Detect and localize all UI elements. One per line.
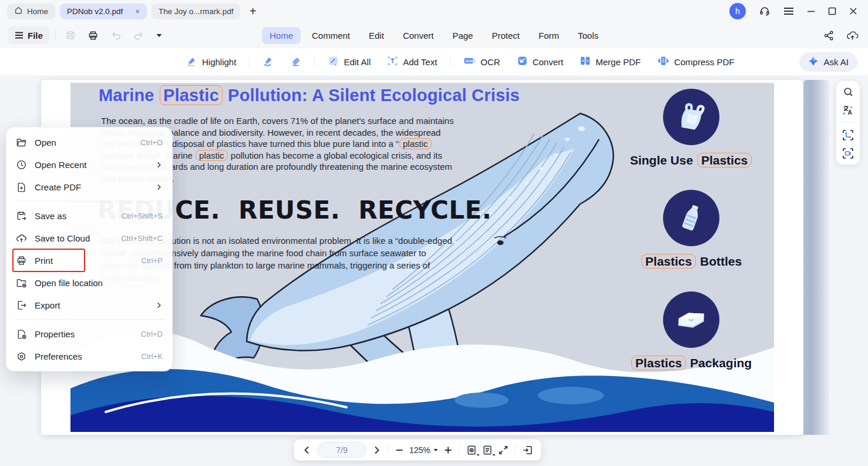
save-icon[interactable] (65, 30, 76, 41)
menu-tab-edit[interactable]: Edit (361, 27, 392, 44)
toolbar-ocr[interactable]: OCROCR (457, 52, 506, 72)
menu-tab-page[interactable]: Page (445, 27, 480, 44)
screen-record-icon[interactable] (842, 147, 854, 159)
toolbar-eraser-icon[interactable] (284, 52, 308, 72)
share-icon[interactable] (823, 30, 835, 41)
close-window-button[interactable] (849, 7, 857, 15)
toolbar-button-label: OCR (480, 57, 500, 67)
toolbar-add-text[interactable]: Add Text (381, 52, 443, 72)
toolbar-highlight[interactable]: Highlight (180, 52, 243, 72)
plastics-item-label: Plastics Bottles (641, 254, 742, 269)
next-page-icon[interactable] (372, 445, 381, 455)
menubar: File HomeCommentEditConvertPageProtectFo… (0, 22, 868, 48)
upload-cloud-icon[interactable] (846, 30, 859, 41)
redo-icon[interactable] (133, 31, 144, 41)
file-menu-item-export[interactable]: Export (6, 294, 172, 316)
read-mode-icon[interactable] (466, 445, 477, 455)
menu-tab-convert[interactable]: Convert (395, 27, 442, 44)
zoom-out-icon[interactable] (395, 445, 404, 455)
menu-tab-tools[interactable]: Tools (570, 27, 606, 44)
maximize-button[interactable] (828, 7, 836, 15)
svg-text:OCR: OCR (466, 59, 474, 63)
search-icon[interactable] (843, 86, 854, 98)
menu-tab-protect[interactable]: Protect (484, 27, 527, 44)
file-dropdown-menu: OpenCtrl+OOpen RecentCreate PDFSave asCt… (6, 127, 173, 371)
file-menu-item-create-pdf[interactable]: Create PDF (6, 176, 172, 198)
app-menu-icon[interactable] (783, 7, 794, 15)
avatar[interactable]: h (729, 3, 746, 19)
document-title: Marine Plastic Pollution: A Silent Ecolo… (99, 86, 520, 105)
document-tab-label: The Joy o...rmark.pdf (159, 7, 234, 16)
previous-page-icon[interactable] (302, 445, 312, 455)
file-menu-item-open[interactable]: OpenCtrl+O (6, 131, 172, 153)
file-menu-item-label: Properties (35, 329, 133, 339)
edit-all-icon (328, 55, 339, 68)
file-menu-item-save-to-cloud[interactable]: Save to CloudCtrl+Shift+C (6, 227, 172, 249)
document-tab[interactable]: The Joy o...rmark.pdf (152, 4, 241, 19)
toolbar-options-caret-icon[interactable] (156, 33, 162, 38)
toolbar-button-label: Edit All (344, 57, 371, 67)
file-menu-item-save-as[interactable]: Save asCtrl+Shift+S (6, 204, 172, 227)
scrollbar[interactable] (803, 80, 829, 435)
toolbar-merge-pdf[interactable]: Merge PDF (573, 52, 647, 72)
paragraph-1-text: pollution has become a global ecological… (228, 150, 442, 160)
document-tab-label: PDNob v2.0.pdf (67, 7, 123, 16)
highlighter-icon (186, 55, 197, 68)
plastics-label-search-highlight: Plastics (631, 356, 686, 370)
close-tab-icon[interactable]: × (135, 7, 140, 16)
page-layout-icon[interactable] (482, 445, 493, 455)
ask-ai-button[interactable]: Ask AI (799, 52, 857, 72)
toolbar-compress-pdf[interactable]: Compress PDF (651, 52, 741, 72)
screenshot-crop-icon[interactable] (842, 129, 854, 141)
toolbar-edit-all[interactable]: Edit All (321, 52, 377, 72)
print-icon[interactable] (88, 30, 99, 41)
ai-sparkle-icon (808, 56, 819, 68)
menu-tab-form[interactable]: Form (531, 27, 567, 44)
document-tab[interactable]: PDNob v2.0.pdf× (60, 4, 147, 19)
minimize-button[interactable] (807, 7, 815, 15)
new-tab-button[interactable]: + (245, 4, 260, 19)
toolbar: HighlightEdit AllAdd TextOCROCRConvertMe… (0, 48, 868, 75)
file-menu-item-label: Open Recent (35, 160, 147, 170)
file-menu-item-shortcut: Ctrl+Shift+C (121, 234, 163, 243)
support-headset-icon[interactable] (759, 5, 771, 17)
translate-icon[interactable]: A (842, 104, 854, 116)
fullscreen-icon[interactable] (498, 445, 509, 455)
file-menu-item-label: Create PDF (35, 182, 147, 192)
file-menu-item-open-recent[interactable]: Open Recent (6, 153, 172, 176)
toolbar-wave-highlighter-icon[interactable] (256, 52, 280, 72)
file-menu-label: File (28, 31, 43, 41)
page-number-input[interactable]: 7/9 (317, 442, 366, 458)
undo-icon[interactable] (110, 31, 122, 41)
menu-tab-home[interactable]: Home (262, 27, 301, 44)
plastics-label-search-highlight: Plastics (697, 153, 752, 167)
toolbar-convert[interactable]: Convert (510, 52, 570, 72)
ask-ai-label: Ask AI (823, 57, 849, 67)
home-tab[interactable]: Home (7, 4, 55, 19)
toolbar-divider (314, 57, 315, 66)
plastic-bag-icon (675, 101, 707, 133)
add-text-icon (387, 55, 398, 68)
file-menu-item-properties[interactable]: PropertiesCtrl+D (6, 323, 172, 345)
paragraph-1-search-highlight: plastic (399, 138, 432, 149)
plastics-item-label: Plastics Packaging (631, 356, 752, 370)
zoom-level-dropdown[interactable]: 125% (409, 445, 438, 455)
plastics-label-search-highlight: Plastics (641, 254, 696, 269)
document-viewport: Marine Plastic Pollution: A Silent Ecolo… (0, 75, 868, 466)
menu-tab-comment[interactable]: Comment (304, 27, 358, 44)
file-menu-item-preferences[interactable]: PreferencesCtrl+K (6, 345, 172, 367)
toolbar-button-label: Highlight (202, 57, 236, 67)
file-menu-item-open-file-location[interactable]: Open file location (6, 271, 172, 294)
convert-icon (517, 55, 528, 68)
file-menu-item-label: Open (35, 138, 133, 147)
zoom-in-icon[interactable] (443, 445, 453, 455)
plastics-label-text: Packaging (687, 356, 752, 370)
toggle-panel-icon[interactable] (522, 445, 533, 455)
file-menu-item-print[interactable]: PrintCtrl+P (6, 249, 172, 271)
side-tool-panel: A (836, 81, 860, 165)
file-menu-button[interactable]: File (8, 26, 49, 44)
hamburger-icon (15, 31, 23, 41)
file-properties-icon (16, 328, 27, 340)
document-title-text: Marine (99, 86, 159, 105)
toolbar-button-label: Add Text (403, 57, 437, 67)
